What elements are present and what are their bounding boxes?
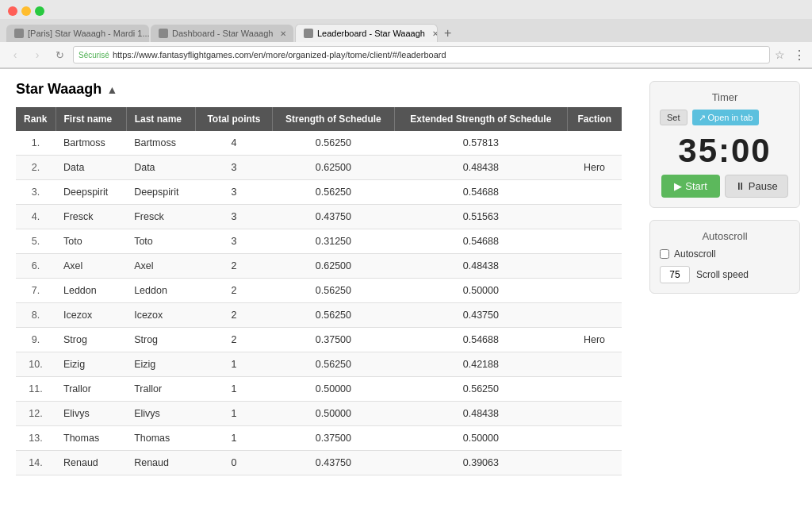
cell-first-name: Data	[56, 156, 126, 180]
col-header-rank[interactable]: Rank	[16, 107, 56, 131]
fullscreen-button[interactable]	[35, 6, 44, 16]
url-bar[interactable]: Sécurisé https://www.fantasyflightgames.…	[73, 46, 770, 64]
tab-paris[interactable]: [Paris] Star Waaagh - Mardi 1... ✕	[6, 25, 149, 42]
timer-display: 35:00	[660, 132, 790, 170]
cell-last-name: Data	[126, 156, 196, 180]
cell-total: 2	[196, 279, 272, 303]
cell-esos: 0.51563	[395, 205, 567, 229]
sort-arrow-icon[interactable]: ▲	[106, 83, 117, 96]
cell-esos: 0.50000	[395, 279, 567, 303]
new-tab-button[interactable]: +	[439, 26, 456, 40]
url-text: https://www.fantasyflightgames.com/en/mo…	[113, 50, 764, 60]
col-header-last-name[interactable]: Last name	[126, 107, 196, 131]
autoscroll-row: Autoscroll	[660, 248, 790, 260]
cell-last-name: Renaud	[126, 451, 196, 475]
tab-favicon-3	[304, 29, 313, 38]
page-title: Star Waaagh ▲	[16, 81, 622, 98]
cell-esos: 0.56250	[395, 377, 567, 402]
forward-button[interactable]: ›	[29, 46, 46, 64]
cell-rank: 12.	[16, 402, 56, 426]
start-label: Start	[685, 180, 707, 192]
traffic-lights	[0, 0, 812, 19]
cell-sos: 0.56250	[272, 131, 395, 156]
cell-first-name: Bartmoss	[56, 131, 126, 156]
close-button[interactable]	[8, 6, 17, 16]
cell-faction	[567, 303, 622, 328]
tab-close-3[interactable]: ✕	[432, 29, 438, 38]
cell-rank: 4.	[16, 205, 56, 229]
table-row: 11. Trallor Trallor 1 0.50000 0.56250	[16, 377, 622, 402]
cell-total: 3	[196, 156, 272, 180]
table-row: 2. Data Data 3 0.62500 0.48438 Hero	[16, 156, 622, 180]
tab-label-2: Dashboard - Star Waaagh	[172, 29, 273, 38]
cell-first-name: Eizig	[56, 352, 126, 377]
timer-set-button[interactable]: Set	[660, 110, 688, 125]
bookmark-icon[interactable]: ☆	[775, 48, 785, 61]
col-header-sos[interactable]: Strength of Schedule	[272, 107, 395, 131]
cell-faction	[567, 352, 622, 377]
tab-favicon-1	[14, 29, 24, 38]
cell-esos: 0.54688	[395, 328, 567, 352]
scroll-speed-input[interactable]	[660, 266, 690, 283]
cell-esos: 0.39063	[395, 451, 567, 475]
cell-esos: 0.48438	[395, 254, 567, 279]
cell-sos: 0.43750	[272, 205, 395, 229]
col-header-total[interactable]: Total points	[196, 107, 272, 131]
cell-esos: 0.42188	[395, 352, 567, 377]
col-header-esos[interactable]: Extended Strength of Schedule	[395, 107, 567, 131]
col-header-first-name[interactable]: First name	[56, 107, 126, 131]
timer-start-button[interactable]: ▶ Start	[661, 175, 719, 198]
table-row: 3. Deepspirit Deepspirit 3 0.56250 0.546…	[16, 180, 622, 205]
cell-total: 1	[196, 352, 272, 377]
menu-icon[interactable]: ⋮	[793, 48, 806, 63]
minimize-button[interactable]	[21, 6, 31, 16]
cell-faction	[567, 205, 622, 229]
cell-last-name: Fresck	[126, 205, 196, 229]
cell-faction	[567, 377, 622, 402]
timer-pause-button[interactable]: ⏸ Pause	[725, 175, 788, 198]
cell-total: 1	[196, 426, 272, 451]
cell-faction	[567, 180, 622, 205]
cell-first-name: Axel	[56, 254, 126, 279]
cell-esos: 0.48438	[395, 402, 567, 426]
tab-leaderboard[interactable]: Leaderboard - Star Waaagh ✕	[295, 24, 438, 42]
timer-open-tab-button[interactable]: ↗ Open in tab	[692, 110, 760, 125]
table-header-row: Rank First name Last name Total points S…	[16, 107, 622, 131]
cell-esos: 0.54688	[395, 180, 567, 205]
pause-icon: ⏸	[735, 180, 745, 192]
tab-dashboard[interactable]: Dashboard - Star Waaagh ✕	[151, 25, 293, 42]
cell-sos: 0.50000	[272, 402, 395, 426]
table-row: 9. Strog Strog 2 0.37500 0.54688 Hero	[16, 328, 622, 352]
cell-first-name: Icezox	[56, 303, 126, 328]
tab-label-3: Leaderboard - Star Waaagh	[317, 29, 425, 38]
autoscroll-checkbox[interactable]	[660, 249, 669, 259]
cell-total: 2	[196, 328, 272, 352]
cell-sos: 0.56250	[272, 303, 395, 328]
cell-sos: 0.62500	[272, 254, 395, 279]
cell-rank: 10.	[16, 352, 56, 377]
open-tab-label: Open in tab	[708, 113, 753, 122]
table-row: 12. Elivys Elivys 1 0.50000 0.48438	[16, 402, 622, 426]
cell-sos: 0.37500	[272, 328, 395, 352]
cell-total: 2	[196, 254, 272, 279]
cell-first-name: Strog	[56, 328, 126, 352]
cell-sos: 0.50000	[272, 377, 395, 402]
table-row: 5. Toto Toto 3 0.31250 0.54688	[16, 229, 622, 254]
cell-esos: 0.50000	[395, 426, 567, 451]
cell-faction	[567, 426, 622, 451]
cell-sos: 0.43750	[272, 451, 395, 475]
tab-close-2[interactable]: ✕	[280, 29, 286, 38]
timer-controls-top: Set ↗ Open in tab	[660, 110, 790, 125]
cell-esos: 0.43750	[395, 303, 567, 328]
table-row: 4. Fresck Fresck 3 0.43750 0.51563	[16, 205, 622, 229]
cell-last-name: Strog	[126, 328, 196, 352]
tab-label-1: [Paris] Star Waaagh - Mardi 1...	[28, 29, 149, 38]
cell-first-name: Leddon	[56, 279, 126, 303]
speed-row: Scroll speed	[660, 266, 790, 283]
col-header-faction[interactable]: Faction	[567, 107, 622, 131]
cell-rank: 14.	[16, 451, 56, 475]
cell-total: 1	[196, 402, 272, 426]
refresh-button[interactable]: ↻	[51, 46, 68, 64]
back-button[interactable]: ‹	[6, 46, 24, 64]
cell-rank: 1.	[16, 131, 56, 156]
